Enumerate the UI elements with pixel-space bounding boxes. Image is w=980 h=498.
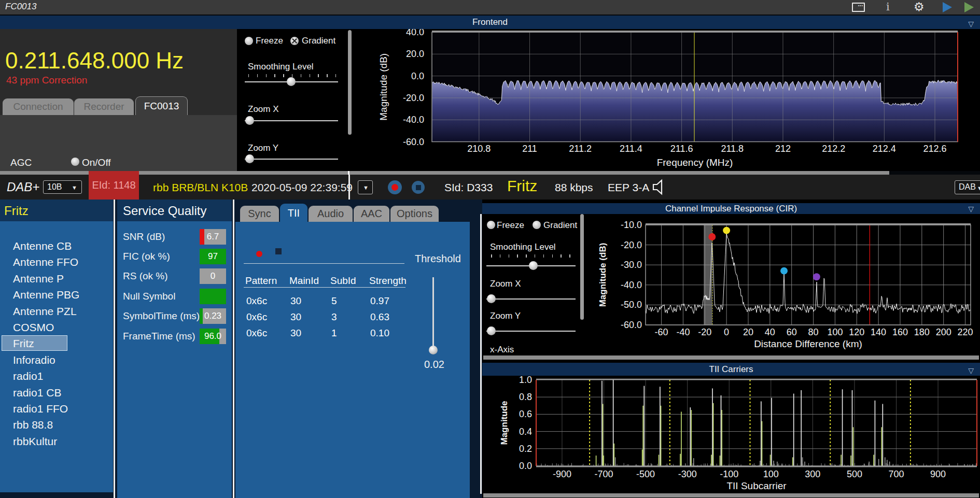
cir-freeze-radio[interactable] [487, 221, 495, 229]
tuner-tab-recorder[interactable]: Recorder [74, 98, 134, 116]
tii-table-cell: 30 [290, 311, 301, 323]
quality-row-label: RS (ok %) [123, 271, 168, 282]
freeze-label: Freeze [256, 36, 283, 46]
tii-table-cell: 0x6c [246, 311, 267, 323]
stop-square-icon [416, 185, 421, 190]
window-icon[interactable]: ••• [852, 3, 865, 12]
service-list-item[interactable]: Inforadio [13, 354, 55, 366]
svg-text:211.2: 211.2 [569, 144, 592, 154]
svg-text:-500: -500 [636, 469, 655, 479]
quality-value: 6.7 [207, 232, 219, 241]
zoomy-slider-handle[interactable] [245, 154, 254, 163]
svg-text:0.2: 0.2 [519, 444, 532, 454]
play-icon-blue[interactable] [943, 2, 952, 12]
threshold-slider-handle[interactable] [429, 346, 438, 354]
detail-tab-aac[interactable]: AAC [354, 206, 389, 222]
info-icon[interactable]: i [886, 1, 890, 13]
gradient-radio[interactable] [290, 37, 299, 45]
tuner-tab-fc0013[interactable]: FC0013 [135, 96, 188, 116]
cir-gradient-radio[interactable] [533, 221, 541, 229]
collapse-triangle-icon[interactable]: ▽ [968, 204, 974, 215]
agc-onoff-label: On/Off [82, 157, 111, 168]
service-list-item[interactable]: radio1 [13, 370, 43, 382]
zoomx-slider[interactable] [245, 120, 338, 121]
detail-tab-tii[interactable]: TII [280, 204, 307, 222]
service-list-item[interactable]: rbb 88.8 [13, 419, 53, 431]
smoothing-slider-handle[interactable] [287, 77, 296, 86]
bottom-section: Fritz Antenne CBAntenne FFOAntenne PAnte… [0, 200, 980, 498]
channel-combo[interactable]: 10B ▼ [43, 180, 82, 194]
window-title: FC0013 [5, 2, 36, 12]
cir-freeze-label: Freeze [497, 220, 524, 231]
service-list-item[interactable]: COSMO [13, 321, 54, 334]
svg-text:Magnitude (dB): Magnitude (dB) [598, 243, 608, 307]
quality-value: 97 [208, 251, 218, 261]
svg-text:300: 300 [805, 469, 820, 479]
cir-zoomy-slider[interactable] [486, 331, 576, 332]
services-list: Antenne CBAntenne FFOAntenne PAntenne PB… [0, 221, 113, 492]
svg-text:-300: -300 [678, 469, 697, 479]
cir-zoomy-slider-handle[interactable] [487, 326, 496, 335]
panel-separator[interactable] [480, 214, 482, 494]
band-combo[interactable]: DAB ▼ [955, 180, 980, 194]
service-list-item[interactable]: Antenne CB [13, 240, 72, 252]
cir-gradient-label: Gradient [543, 220, 577, 231]
svg-text:212: 212 [775, 144, 791, 154]
smoothing-label: Smoothing Level [248, 62, 314, 72]
cir-horizontal-scrollbar[interactable] [483, 355, 979, 360]
svg-text:220: 220 [958, 327, 973, 337]
chevron-down-icon: ▼ [363, 184, 369, 191]
service-list-item[interactable]: Antenne FFO [13, 256, 78, 268]
svg-text:100: 100 [827, 327, 843, 337]
svg-text:-700: -700 [595, 469, 613, 479]
tii-table-cell: 5 [331, 295, 337, 307]
detail-tab-sync[interactable]: Sync [240, 206, 279, 222]
cir-zoomx-slider-handle[interactable] [487, 294, 496, 303]
panel-separator[interactable] [114, 200, 115, 498]
tii-carriers-plot: 1.00.80.60.40.20.0-900-700-500-300-10010… [482, 376, 980, 493]
stop-button[interactable] [412, 181, 425, 194]
detail-tab-audio[interactable]: Audio [309, 206, 353, 222]
cir-zoomx-label: Zoom X [490, 279, 521, 289]
spectrum-plot: 40.020.00.0-20.0-40.0-60.0210.8211211.22… [352, 29, 980, 171]
svg-text:211.8: 211.8 [721, 144, 744, 154]
service-list-item[interactable]: rbbKultur [13, 435, 57, 448]
service-list-item[interactable]: Antenne P [13, 273, 64, 285]
play-icon-green[interactable] [964, 2, 974, 12]
freeze-radio[interactable] [245, 37, 253, 45]
zoomx-slider-handle[interactable] [245, 116, 254, 125]
threshold-slider[interactable] [432, 277, 434, 350]
service-list-item[interactable]: radio1 CB [13, 387, 61, 399]
gear-icon[interactable]: ⚙ [914, 0, 925, 14]
speaker-icon[interactable] [651, 178, 668, 196]
panel-separator[interactable] [233, 200, 234, 498]
tii-table-header: MainId [289, 275, 319, 287]
tuner-tab-content: AGC On/Off Gain [0, 115, 237, 171]
service-list-item[interactable]: Antenne PBG [13, 289, 79, 301]
quality-bar-segment [200, 289, 226, 304]
svg-text:200: 200 [936, 327, 951, 337]
cir-zoomx-slider[interactable] [486, 298, 576, 300]
tuner-panel: 0.211.648.000 Hz 43 ppm Correction Conne… [0, 29, 237, 171]
cir-xaxis-label: x-Axis [490, 345, 514, 355]
detail-tabs-panel: PatternMainIdSubIdStrength0x6c3050.970x6… [235, 200, 470, 498]
svg-text:212.4: 212.4 [873, 144, 896, 154]
tii-horizontal-scrollbar[interactable] [483, 493, 979, 497]
dropdown-button[interactable]: ▼ [358, 180, 373, 194]
detail-tab-options[interactable]: Options [390, 206, 439, 222]
quality-row-label: SymbolTime (ms) [123, 310, 200, 322]
svg-text:-10.0: -10.0 [621, 220, 642, 230]
service-list-item[interactable]: Antenne PZL [13, 305, 77, 318]
agc-radio[interactable] [71, 158, 79, 166]
cir-smoothing-slider-handle[interactable] [529, 261, 538, 270]
zoomy-slider[interactable] [245, 159, 338, 160]
service-list-item[interactable]: Fritz [13, 337, 34, 350]
service-list-item[interactable]: radio1 FFO [13, 403, 68, 415]
tuner-tab-connection[interactable]: Connection [3, 98, 74, 116]
controls-vertical-scrollbar[interactable] [348, 30, 352, 135]
tii-table-cell: 1 [331, 328, 337, 339]
tii-table-header: SubId [330, 275, 356, 287]
cir-smoothing-label: Smoothing Level [490, 242, 556, 252]
cir-vertical-scrollbar[interactable] [580, 214, 584, 320]
record-button[interactable] [388, 180, 402, 194]
